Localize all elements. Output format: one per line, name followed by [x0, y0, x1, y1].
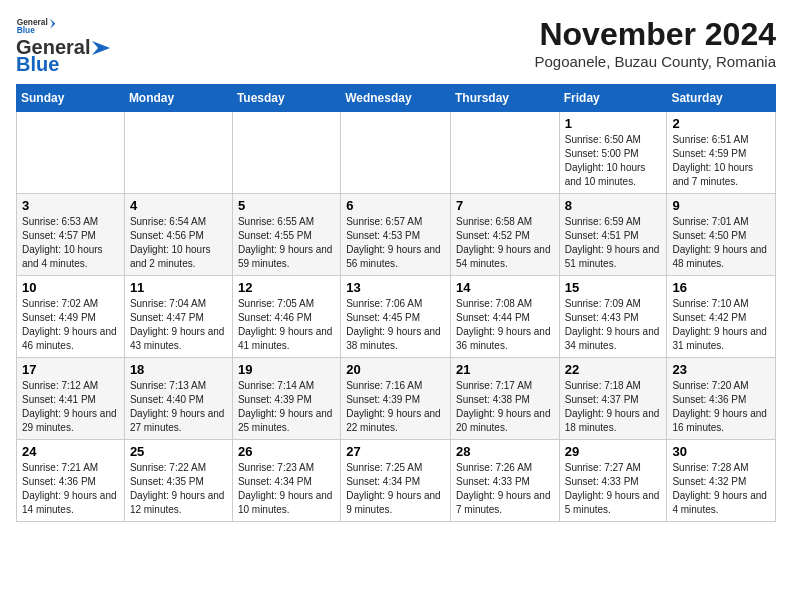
- table-cell: 6Sunrise: 6:57 AM Sunset: 4:53 PM Daylig…: [341, 194, 451, 276]
- header-monday: Monday: [124, 85, 232, 112]
- table-cell: 4Sunrise: 6:54 AM Sunset: 4:56 PM Daylig…: [124, 194, 232, 276]
- table-cell: [17, 112, 125, 194]
- day-number: 12: [238, 280, 335, 295]
- day-info: Sunrise: 7:02 AM Sunset: 4:49 PM Dayligh…: [22, 297, 119, 353]
- table-cell: 15Sunrise: 7:09 AM Sunset: 4:43 PM Dayli…: [559, 276, 667, 358]
- table-cell: 14Sunrise: 7:08 AM Sunset: 4:44 PM Dayli…: [450, 276, 559, 358]
- day-info: Sunrise: 6:54 AM Sunset: 4:56 PM Dayligh…: [130, 215, 227, 271]
- table-cell: 10Sunrise: 7:02 AM Sunset: 4:49 PM Dayli…: [17, 276, 125, 358]
- day-info: Sunrise: 7:04 AM Sunset: 4:47 PM Dayligh…: [130, 297, 227, 353]
- calendar-row: 1Sunrise: 6:50 AM Sunset: 5:00 PM Daylig…: [17, 112, 776, 194]
- logo: General Blue General Blue: [16, 16, 112, 76]
- day-number: 7: [456, 198, 554, 213]
- page-header: General Blue General Blue November 2024 …: [16, 16, 776, 76]
- day-number: 16: [672, 280, 770, 295]
- day-info: Sunrise: 7:01 AM Sunset: 4:50 PM Dayligh…: [672, 215, 770, 271]
- calendar-row: 10Sunrise: 7:02 AM Sunset: 4:49 PM Dayli…: [17, 276, 776, 358]
- header-sunday: Sunday: [17, 85, 125, 112]
- day-number: 23: [672, 362, 770, 377]
- day-number: 26: [238, 444, 335, 459]
- svg-text:Blue: Blue: [17, 25, 35, 34]
- header-saturday: Saturday: [667, 85, 776, 112]
- table-cell: 1Sunrise: 6:50 AM Sunset: 5:00 PM Daylig…: [559, 112, 667, 194]
- header-wednesday: Wednesday: [341, 85, 451, 112]
- day-number: 15: [565, 280, 662, 295]
- table-cell: [341, 112, 451, 194]
- day-number: 27: [346, 444, 445, 459]
- table-cell: 27Sunrise: 7:25 AM Sunset: 4:34 PM Dayli…: [341, 440, 451, 522]
- logo-icon: General Blue: [16, 16, 56, 34]
- table-cell: 21Sunrise: 7:17 AM Sunset: 4:38 PM Dayli…: [450, 358, 559, 440]
- day-number: 21: [456, 362, 554, 377]
- table-cell: 23Sunrise: 7:20 AM Sunset: 4:36 PM Dayli…: [667, 358, 776, 440]
- table-cell: 29Sunrise: 7:27 AM Sunset: 4:33 PM Dayli…: [559, 440, 667, 522]
- day-number: 13: [346, 280, 445, 295]
- day-info: Sunrise: 6:55 AM Sunset: 4:55 PM Dayligh…: [238, 215, 335, 271]
- day-info: Sunrise: 6:59 AM Sunset: 4:51 PM Dayligh…: [565, 215, 662, 271]
- day-info: Sunrise: 7:06 AM Sunset: 4:45 PM Dayligh…: [346, 297, 445, 353]
- table-cell: [232, 112, 340, 194]
- day-number: 1: [565, 116, 662, 131]
- day-info: Sunrise: 6:53 AM Sunset: 4:57 PM Dayligh…: [22, 215, 119, 271]
- table-cell: 8Sunrise: 6:59 AM Sunset: 4:51 PM Daylig…: [559, 194, 667, 276]
- table-cell: 26Sunrise: 7:23 AM Sunset: 4:34 PM Dayli…: [232, 440, 340, 522]
- day-info: Sunrise: 7:05 AM Sunset: 4:46 PM Dayligh…: [238, 297, 335, 353]
- table-cell: 20Sunrise: 7:16 AM Sunset: 4:39 PM Dayli…: [341, 358, 451, 440]
- svg-marker-3: [92, 41, 110, 55]
- day-info: Sunrise: 6:50 AM Sunset: 5:00 PM Dayligh…: [565, 133, 662, 189]
- day-number: 25: [130, 444, 227, 459]
- day-info: Sunrise: 7:14 AM Sunset: 4:39 PM Dayligh…: [238, 379, 335, 435]
- calendar-row: 3Sunrise: 6:53 AM Sunset: 4:57 PM Daylig…: [17, 194, 776, 276]
- calendar-row: 24Sunrise: 7:21 AM Sunset: 4:36 PM Dayli…: [17, 440, 776, 522]
- day-info: Sunrise: 7:22 AM Sunset: 4:35 PM Dayligh…: [130, 461, 227, 517]
- day-info: Sunrise: 7:16 AM Sunset: 4:39 PM Dayligh…: [346, 379, 445, 435]
- header-friday: Friday: [559, 85, 667, 112]
- day-number: 5: [238, 198, 335, 213]
- logo-blue: Blue: [16, 53, 59, 76]
- location-subtitle: Pogoanele, Buzau County, Romania: [534, 53, 776, 70]
- day-number: 30: [672, 444, 770, 459]
- day-number: 19: [238, 362, 335, 377]
- month-year-title: November 2024: [534, 16, 776, 53]
- day-info: Sunrise: 7:23 AM Sunset: 4:34 PM Dayligh…: [238, 461, 335, 517]
- day-info: Sunrise: 7:08 AM Sunset: 4:44 PM Dayligh…: [456, 297, 554, 353]
- day-number: 14: [456, 280, 554, 295]
- day-info: Sunrise: 7:28 AM Sunset: 4:32 PM Dayligh…: [672, 461, 770, 517]
- day-info: Sunrise: 7:20 AM Sunset: 4:36 PM Dayligh…: [672, 379, 770, 435]
- calendar-header-row: Sunday Monday Tuesday Wednesday Thursday…: [17, 85, 776, 112]
- day-info: Sunrise: 7:17 AM Sunset: 4:38 PM Dayligh…: [456, 379, 554, 435]
- day-info: Sunrise: 7:26 AM Sunset: 4:33 PM Dayligh…: [456, 461, 554, 517]
- day-number: 10: [22, 280, 119, 295]
- table-cell: 22Sunrise: 7:18 AM Sunset: 4:37 PM Dayli…: [559, 358, 667, 440]
- day-number: 4: [130, 198, 227, 213]
- header-thursday: Thursday: [450, 85, 559, 112]
- day-number: 11: [130, 280, 227, 295]
- table-cell: 25Sunrise: 7:22 AM Sunset: 4:35 PM Dayli…: [124, 440, 232, 522]
- calendar-row: 17Sunrise: 7:12 AM Sunset: 4:41 PM Dayli…: [17, 358, 776, 440]
- table-cell: 13Sunrise: 7:06 AM Sunset: 4:45 PM Dayli…: [341, 276, 451, 358]
- day-number: 2: [672, 116, 770, 131]
- day-number: 6: [346, 198, 445, 213]
- day-info: Sunrise: 7:27 AM Sunset: 4:33 PM Dayligh…: [565, 461, 662, 517]
- day-number: 9: [672, 198, 770, 213]
- table-cell: 5Sunrise: 6:55 AM Sunset: 4:55 PM Daylig…: [232, 194, 340, 276]
- table-cell: 9Sunrise: 7:01 AM Sunset: 4:50 PM Daylig…: [667, 194, 776, 276]
- calendar-table: Sunday Monday Tuesday Wednesday Thursday…: [16, 84, 776, 522]
- day-number: 18: [130, 362, 227, 377]
- day-number: 20: [346, 362, 445, 377]
- svg-marker-2: [50, 19, 55, 29]
- logo-arrow: [90, 39, 112, 57]
- title-area: November 2024 Pogoanele, Buzau County, R…: [534, 16, 776, 70]
- day-info: Sunrise: 6:58 AM Sunset: 4:52 PM Dayligh…: [456, 215, 554, 271]
- day-info: Sunrise: 7:25 AM Sunset: 4:34 PM Dayligh…: [346, 461, 445, 517]
- table-cell: 2Sunrise: 6:51 AM Sunset: 4:59 PM Daylig…: [667, 112, 776, 194]
- table-cell: 17Sunrise: 7:12 AM Sunset: 4:41 PM Dayli…: [17, 358, 125, 440]
- day-info: Sunrise: 7:13 AM Sunset: 4:40 PM Dayligh…: [130, 379, 227, 435]
- day-number: 28: [456, 444, 554, 459]
- table-cell: 16Sunrise: 7:10 AM Sunset: 4:42 PM Dayli…: [667, 276, 776, 358]
- day-info: Sunrise: 7:09 AM Sunset: 4:43 PM Dayligh…: [565, 297, 662, 353]
- day-info: Sunrise: 7:21 AM Sunset: 4:36 PM Dayligh…: [22, 461, 119, 517]
- table-cell: [124, 112, 232, 194]
- table-cell: 12Sunrise: 7:05 AM Sunset: 4:46 PM Dayli…: [232, 276, 340, 358]
- table-cell: 30Sunrise: 7:28 AM Sunset: 4:32 PM Dayli…: [667, 440, 776, 522]
